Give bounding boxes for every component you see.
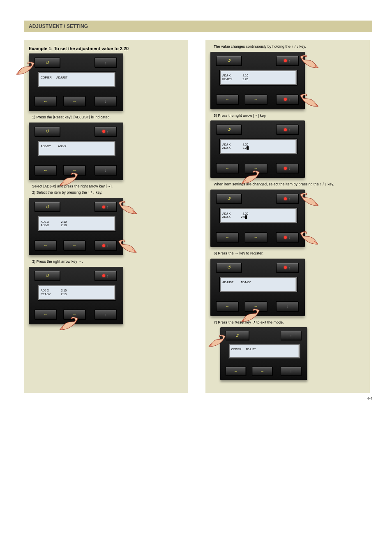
up-button[interactable]: ↑ — [276, 263, 298, 273]
reset-icon: ↺ — [227, 58, 231, 63]
down-button[interactable]: ↓ — [95, 165, 117, 175]
control-panel: ↺ ↑ ADJ-XY ADJ-X ← → ↓ — [29, 123, 123, 180]
right-button[interactable]: → — [245, 95, 267, 104]
left-button[interactable]: ← — [226, 367, 246, 376]
control-panel: ↺ ↑ ADJ-X 2.10 READY 2.10 ← → ↓ — [29, 267, 123, 324]
left-column: Example 1: To set the adjustment value t… — [24, 40, 188, 393]
reset-button[interactable]: ↺ — [216, 125, 242, 134]
reset-button[interactable]: ↺ — [216, 263, 242, 273]
right-column: The value changes continuously by holdin… — [205, 40, 370, 393]
right-button[interactable]: → — [63, 240, 85, 250]
led-dot — [284, 59, 287, 62]
control-panel: ↺ ↑ ADJ-X 2.10 READY 2.20 ← → ↓ — [210, 52, 305, 109]
down-button[interactable]: ↓ — [276, 232, 298, 242]
up-button[interactable]: ↑ — [95, 127, 117, 136]
arrow-down-inline: ↓ — [297, 44, 299, 49]
control-panel: ↺ ↑ ADJ-X 2.20 ADJ-X 2.2█ ← → ↓ — [210, 120, 305, 178]
left-button[interactable]: ← — [216, 232, 238, 242]
reset-button[interactable]: ↺ — [35, 202, 60, 212]
reset-button[interactable]: ↺ — [35, 127, 60, 136]
right-button[interactable]: → — [245, 232, 267, 242]
reset-icon: ↺ — [227, 127, 231, 132]
lcd-display: ADJ-X 2.10 ADJ-X 2.10 — [38, 216, 116, 231]
left-button[interactable]: ← — [35, 96, 57, 106]
panel-wrap: ↺ ↑ COPIER ADJUST ← → ↓ — [220, 327, 365, 385]
down-button[interactable]: ↓ — [95, 310, 117, 319]
arrow-down-icon: ↓ — [104, 168, 107, 173]
arrow-down-icon: ↓ — [290, 369, 292, 374]
lcd-line2: ADJ-X 2.10 — [41, 224, 113, 227]
columns: Example 1: To set the adjustment value t… — [24, 40, 372, 393]
arrow-left-icon: ← — [44, 243, 48, 248]
led-dot — [284, 197, 287, 200]
lcd-line1: ADJ-X 2.20 — [222, 212, 295, 215]
right-button[interactable]: → — [252, 367, 272, 376]
down-button[interactable]: ↓ — [95, 96, 117, 106]
arrow-left-icon: ← — [225, 235, 230, 240]
left-button[interactable]: ← — [35, 310, 57, 319]
arrow-left-icon: ← — [44, 312, 48, 317]
reset-button[interactable]: ↺ — [226, 331, 249, 340]
step-text: Select [ADJ-X] and press the right arrow… — [32, 184, 182, 189]
arrow-right-icon: → — [254, 235, 258, 240]
lcd-line1: ADJ-X 2.10 — [222, 74, 295, 77]
up-button[interactable]: ↑ — [276, 56, 298, 66]
down-button[interactable]: ↓ — [276, 95, 298, 104]
down-button[interactable]: ↓ — [281, 367, 301, 376]
panel-wrap: ↺ ↑ ADJ-X 2.10 READY 2.20 ← → ↓ — [210, 52, 365, 109]
lcd-line2 — [41, 148, 113, 152]
reset-icon: ↺ — [46, 273, 49, 278]
lcd-display: ADJ-X 2.10 READY 2.20 — [219, 70, 297, 86]
up-button[interactable]: ↑ — [95, 271, 117, 281]
arrow-down-icon: ↓ — [286, 304, 288, 309]
lcd-line1: ADJ-X 2.20 — [222, 143, 295, 146]
lcd-display: ADJUST ADJ-XY — [219, 277, 297, 292]
step-text: 2) Select the item by pressing the ↑ / ↓… — [32, 190, 182, 195]
arrow-down-icon: ↓ — [104, 99, 107, 104]
up-button[interactable]: ↑ — [281, 331, 301, 340]
led-dot — [284, 266, 287, 269]
right-button[interactable]: → — [63, 96, 85, 106]
left-heading: Example 1: To set the adjustment value t… — [29, 46, 183, 51]
step-text: 6) Press the → key to register. — [214, 251, 364, 256]
led-dot — [284, 167, 287, 170]
lcd-display: ADJ-X 2.10 READY 2.10 — [38, 285, 116, 301]
left-button[interactable]: ← — [35, 240, 57, 250]
hand-pointer — [297, 92, 319, 108]
reset-button[interactable]: ↺ — [35, 271, 60, 281]
lcd-display: ADJ-X 2.20 ADJ-X 2.0█ — [219, 208, 297, 223]
up-button[interactable]: ↑ — [276, 194, 298, 204]
up-button[interactable]: ↑ — [95, 58, 117, 67]
step-text: 7) Press the Reset key ↺ to exit the mod… — [214, 320, 364, 325]
hand-pointer — [116, 238, 137, 254]
down-button[interactable]: ↓ — [95, 240, 117, 250]
step-text: 3) Press the right arrow key →. — [32, 259, 182, 264]
page-footer: 4-4 — [367, 396, 372, 400]
lcd-line1: ADJ-X 2.10 — [41, 289, 113, 292]
panel-wrap: ↺ ↑ COPIER ADJUST ← → ↓ — [29, 53, 183, 111]
down-button[interactable]: ↓ — [276, 163, 298, 173]
arrow-up-icon: ↑ — [104, 60, 107, 65]
up-button[interactable]: ↑ — [276, 125, 298, 134]
up-button[interactable]: ↑ — [95, 202, 117, 212]
lcd-line2: READY 2.20 — [222, 78, 295, 81]
arrow-left-icon: ← — [234, 369, 238, 374]
left-button[interactable]: ← — [216, 301, 238, 311]
down-button[interactable]: ↓ — [276, 301, 298, 311]
arrow-up-icon: ↑ — [288, 127, 291, 132]
left-button[interactable]: ← — [216, 163, 238, 173]
continue-text: The value changes continuously by holdin… — [214, 44, 364, 49]
reset-button[interactable]: ↺ — [216, 56, 242, 66]
control-panel: ↺ ↑ COPIER ADJUST ← → ↓ — [29, 53, 123, 111]
left-button[interactable]: ← — [35, 165, 57, 175]
panel-wrap: ↺ ↑ ADJ-XY ADJ-X ← → ↓ — [29, 123, 183, 180]
hand-pointer — [59, 315, 81, 331]
step-text: When item settings are changed, select t… — [214, 182, 364, 187]
lcd-line1: COPIER ADJUST — [41, 76, 113, 79]
arrow-up-icon: ↑ — [106, 204, 109, 209]
left-button[interactable]: ← — [216, 95, 238, 104]
lcd-display: ADJ-X 2.20 ADJ-X 2.2█ — [219, 139, 297, 154]
reset-button[interactable]: ↺ — [35, 58, 60, 67]
reset-button[interactable]: ↺ — [216, 194, 242, 204]
led-dot — [102, 130, 105, 133]
